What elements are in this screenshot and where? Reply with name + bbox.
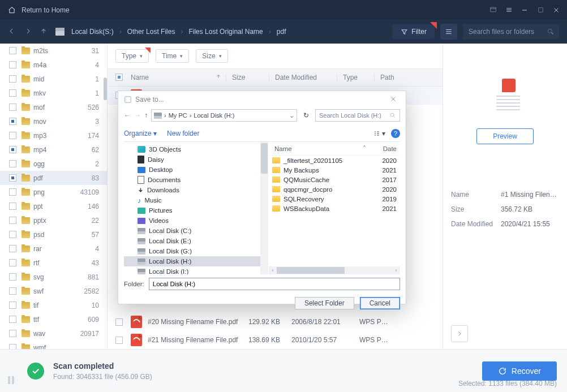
sidebar-item-svg[interactable]: svg881 [0,270,107,284]
select-folder-button[interactable]: Select Folder [295,297,354,309]
tree-item[interactable]: Pictures [124,205,268,216]
checkbox[interactable] [9,231,16,238]
tree-item[interactable]: Downloads [124,185,268,195]
menu-icon[interactable] [501,3,516,18]
tree-item[interactable]: Desktop [124,165,268,175]
tree-scrollbar[interactable] [260,142,268,274]
sidebar-item-rtf[interactable]: rtf43 [0,256,107,270]
new-folder[interactable]: New folder [167,130,199,137]
sidebar-item-rar[interactable]: rar4 [0,242,107,256]
preview-next[interactable] [451,325,468,342]
address-bar[interactable]: › My PC › Local Disk (H:) ⌄ [151,109,297,122]
chip-type[interactable]: Type▾ [115,49,149,63]
tree-item[interactable]: Local Disk (H:) [124,256,268,266]
checkbox[interactable] [9,287,16,295]
sidebar-item-mid[interactable]: mid1 [0,72,107,86]
sidebar-item-wmf[interactable]: wmf [0,341,107,349]
tree-item[interactable]: Daisy [124,154,268,165]
sidebar-item-mov[interactable]: mov3 [0,114,107,128]
checkbox[interactable] [9,146,16,153]
chip-time[interactable]: Time▾ [156,49,189,63]
crumb-other-lost[interactable]: Other Lost Files [125,28,178,36]
search-input[interactable]: Search files or folders [463,24,559,40]
tree-item[interactable]: ♪Music [124,195,268,205]
col-size[interactable]: Size [226,74,269,81]
nav-up[interactable] [40,27,55,37]
checkbox[interactable] [9,174,16,182]
checkbox[interactable] [9,188,16,196]
list-item[interactable]: qqpcmgr_docpro2020 [269,184,400,194]
hscroll-track[interactable] [277,266,392,274]
nav-back[interactable] [8,27,24,37]
refresh-icon[interactable]: ↻ [300,111,312,119]
recover-button[interactable]: Recover [482,361,557,381]
folder-input[interactable]: Local Disk (H:) [149,278,400,290]
chip-size[interactable]: Size▾ [196,49,227,63]
sidebar-item-png[interactable]: png43109 [0,185,107,199]
col-path[interactable]: Path [374,74,435,81]
tree-item[interactable]: Local Disk (C:) [124,226,268,236]
feedback-icon[interactable] [486,3,500,18]
select-all-checkbox[interactable] [115,74,123,81]
addr-leaf[interactable]: Local Disk (H:) [194,112,234,119]
crumb-original-name[interactable]: Files Lost Original Name [186,28,265,36]
sidebar-item-pdf[interactable]: pdf83 [0,171,107,185]
return-home[interactable]: Return to Home [0,6,70,14]
checkbox[interactable] [9,118,16,125]
view-menu[interactable]: ▾ [373,130,385,137]
col-type[interactable]: Type [337,74,374,81]
checkbox[interactable] [9,132,16,139]
dialog-search[interactable]: Search Local Disk (H:) [315,109,400,122]
tree-item[interactable]: Local Disk (G:) [124,246,268,256]
addr-root[interactable]: My PC [169,112,187,119]
checkbox[interactable] [9,203,16,210]
crumb-disk[interactable]: Local Disk(S:) [69,28,116,36]
list-item[interactable]: My Backups2021 [269,165,400,175]
sidebar-scrollbar[interactable] [104,77,107,100]
maximize-button[interactable] [533,3,548,18]
tree-item[interactable]: Local Disk (E:) [124,236,268,246]
tree-item[interactable]: Local Disk (I:) [124,266,268,274]
checkbox[interactable] [9,104,16,111]
checkbox[interactable] [9,316,16,323]
addr-back[interactable]: ← [124,111,131,119]
table-row[interactable]: #21 Missing Filename File.pdf 138.69 KB … [108,331,443,349]
addr-up[interactable]: ↑ [144,111,148,119]
list-item[interactable]: QQMusicCache2017 [269,175,400,184]
scroll-left[interactable]: ‹ [269,266,277,274]
checkbox[interactable] [9,89,16,97]
checkbox[interactable] [9,273,16,281]
sidebar-item-ogg[interactable]: ogg2 [0,157,107,171]
col-name[interactable]: Name [131,74,226,81]
organize-menu[interactable]: Organize ▾ [124,130,157,137]
checkbox[interactable] [9,217,16,224]
checkbox[interactable] [9,61,16,68]
crumb-pdf[interactable]: pdf [274,28,289,36]
table-row[interactable]: #20 Missing Filename File.pdf 129.92 KB … [108,313,443,331]
checkbox[interactable] [9,330,16,337]
checkbox[interactable] [9,245,16,252]
minimize-button[interactable] [517,3,532,18]
sidebar-item-mp4[interactable]: mp462 [0,143,107,157]
sidebar-item-tif[interactable]: tif10 [0,298,107,312]
scroll-right[interactable]: › [392,266,400,274]
tree-item[interactable]: 3D Objects [124,144,268,154]
row-checkbox[interactable] [115,318,123,326]
list-col-name[interactable]: Name [272,145,359,152]
sidebar-item-mkv[interactable]: mkv1 [0,86,107,100]
sidebar-item-m4a[interactable]: m4a4 [0,58,107,72]
cancel-button[interactable]: Cancel [360,297,400,309]
checkbox[interactable] [9,344,16,349]
checkbox[interactable] [9,301,16,309]
checkbox[interactable] [9,47,16,54]
sidebar-item-swf[interactable]: swf2582 [0,284,107,298]
checkbox[interactable] [9,75,16,83]
dialog-close[interactable] [386,94,400,105]
list-col-date[interactable]: Date [370,145,397,152]
checkbox[interactable] [9,160,16,167]
sidebar-item-mp3[interactable]: mp3174 [0,128,107,143]
preview-button[interactable]: Preview [476,128,534,144]
list-item[interactable]: WSBackupData2021 [269,204,400,213]
view-toggle[interactable] [440,24,457,40]
sidebar-item-ppt[interactable]: ppt146 [0,199,107,213]
